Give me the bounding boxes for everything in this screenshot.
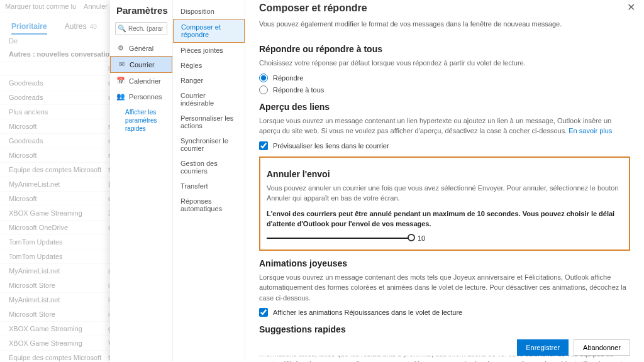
sub-item-composer-et-répondre[interactable]: Composer et répondre [173, 19, 245, 43]
reply-desc: Choisissez votre réponse par défaut lors… [259, 58, 630, 69]
reply-title: Répondre ou répondre à tous [259, 44, 630, 54]
save-button[interactable]: Enregistrer [517, 339, 569, 356]
links-desc: Lorsque vous ouvrez un message contenant… [259, 116, 630, 136]
quick-settings-link[interactable]: Afficher les paramètres rapides [110, 104, 172, 136]
sub-item-pièces-jointes[interactable]: Pièces jointes [173, 43, 245, 58]
sub-item-réponses-automatiques[interactable]: Réponses automatiques [173, 194, 245, 216]
settings-panel: Paramètres 🔍 ⚙Général ✉Courrier 📅Calendr… [110, 0, 644, 362]
sub-item-personnaliser-les-actions[interactable]: Personnaliser les actions [173, 111, 245, 133]
settings-content: ✕ Composer et répondre Vous pouvez égale… [245, 0, 644, 362]
suggest-title: Suggestions rapides [259, 324, 630, 334]
category-people[interactable]: 👥Personnes [110, 89, 172, 104]
people-icon: 👥 [116, 92, 125, 101]
settings-categories: Paramètres 🔍 ⚙Général ✉Courrier 📅Calendr… [110, 0, 173, 362]
undo-desc1: Vous pouvez annuler un courrier une fois… [267, 183, 623, 204]
category-calendar[interactable]: 📅Calendrier [110, 73, 172, 89]
radio-reply[interactable]: Répondre [259, 74, 630, 82]
links-title: Aperçu des liens [259, 102, 630, 112]
anim-title: Animations joyeuses [259, 258, 630, 268]
settings-title: Paramètres [110, 5, 172, 22]
sub-item-courrier-indésirable[interactable]: Courrier indésirable [173, 88, 245, 111]
sub-item-ranger[interactable]: Ranger [173, 73, 245, 88]
sub-item-synchroniser-le-courrier[interactable]: Synchroniser le courrier [173, 133, 245, 156]
undo-title: Annuler l'envoi [267, 169, 623, 179]
learn-more-link[interactable]: En savoir plus [569, 127, 612, 134]
content-heading: Composer et répondre [259, 0, 630, 20]
undo-send-box: Annuler l'envoi Vous pouvez annuler un c… [259, 156, 630, 251]
category-general[interactable]: ⚙Général [110, 40, 172, 56]
radio-reply-all[interactable]: Répondre à tous [259, 85, 630, 94]
content-intro: Vous pouvez également modifier le format… [259, 20, 630, 36]
mail-icon: ✉ [117, 60, 126, 69]
undo-delay-value: 10 [418, 234, 425, 242]
undo-delay-slider[interactable] [267, 238, 411, 239]
sub-item-règles[interactable]: Règles [173, 58, 245, 73]
undo-desc2: L'envoi des courriers peut être annulé p… [267, 209, 623, 229]
close-icon[interactable]: ✕ [627, 1, 635, 13]
sub-item-gestion-des-courriers[interactable]: Gestion des courriers [173, 156, 245, 178]
calendar-icon: 📅 [116, 77, 125, 85]
settings-subcategories: DispositionComposer et répondrePièces jo… [173, 0, 245, 362]
checkbox-animations[interactable]: Afficher les animations Réjouissances da… [259, 308, 630, 317]
gear-icon: ⚙ [116, 44, 125, 52]
settings-search-input[interactable] [115, 22, 167, 35]
anim-desc: Lorsque vous ouvrez un message contenant… [259, 272, 630, 304]
sub-item-disposition[interactable]: Disposition [173, 4, 245, 19]
checkbox-preview-links[interactable]: Prévisualiser les liens dans le courrier [259, 141, 630, 150]
cancel-button[interactable]: Abandonner [574, 339, 630, 356]
sub-item-transfert[interactable]: Transfert [173, 178, 245, 194]
category-mail[interactable]: ✉Courrier [110, 56, 172, 73]
